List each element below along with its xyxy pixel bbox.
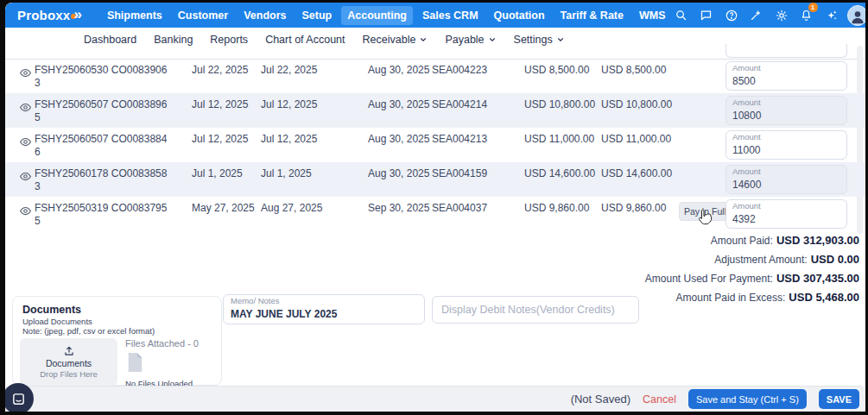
shipment-ref: SEA004213: [432, 133, 519, 145]
table-row: FSHY25060507 CO00838965 Jul 12, 2025 Jul…: [5, 93, 865, 128]
subnav-item-chart-of-account[interactable]: Chart of Account: [265, 34, 345, 46]
summary-value: USD 5,468.00: [789, 291, 859, 304]
view-invoice-eye-icon[interactable]: [5, 133, 34, 152]
summary-amount-used: Amount Used For Payment:USD 307,435.00: [645, 270, 859, 286]
posting-date: Jul 12, 2025: [261, 98, 344, 110]
upload-icon: [63, 345, 75, 357]
nav-item-tariff-rate[interactable]: Tariff & Rate: [554, 6, 630, 25]
table-row: FSHY25060178 CO00838583 Jul 1, 2025 Jul …: [5, 162, 865, 197]
search-icon[interactable]: [672, 6, 691, 25]
bell-icon[interactable]: 1: [797, 6, 816, 25]
file-icon: [125, 351, 144, 374]
amount-field[interactable]: Amount: [725, 96, 847, 125]
nav-item-quotation[interactable]: Quotation: [488, 6, 551, 25]
amount-field-partial[interactable]: [725, 44, 847, 58]
table-row: FSHY25050319 CO00837955 May 27, 2025 Aug…: [5, 197, 865, 231]
gear-icon[interactable]: [772, 6, 791, 25]
subnav-item-settings[interactable]: Settings: [514, 34, 565, 46]
amount-field[interactable]: Amount: [725, 165, 847, 194]
summary-paid-in-excess: Amount Paid in Excess:USD 5,468.00: [645, 289, 859, 305]
table-row: FSHY25060507 CO00838846 Jul 12, 2025 Jul…: [5, 128, 865, 162]
memo-notes-field[interactable]: Memo/ Notes: [223, 294, 425, 324]
debit-notes-input[interactable]: [432, 296, 639, 324]
amount-field[interactable]: Amount: [725, 199, 847, 229]
sparkles-icon[interactable]: [822, 6, 841, 25]
shipment-ref: SEA004159: [432, 167, 519, 179]
subnav-item-reports[interactable]: Reports: [210, 34, 248, 46]
subnav-item-banking[interactable]: Banking: [154, 34, 193, 46]
nav-item-customer[interactable]: Customer: [172, 6, 234, 25]
balance-amount: USD 10,800.00: [601, 98, 679, 110]
nav-item-sales-crm[interactable]: Sales CRM: [416, 6, 485, 25]
amount-input[interactable]: [732, 75, 840, 87]
files-attached-panel: Files Attached - 0 No Files Uploaded: [125, 338, 220, 388]
view-invoice-eye-icon[interactable]: [5, 167, 34, 186]
wand-icon[interactable]: [747, 6, 766, 25]
pay-in-full-button[interactable]: Pay in Full: [679, 202, 732, 221]
summary-value: USD 307,435.00: [776, 272, 859, 285]
summary-label: Amount Paid:: [711, 235, 773, 247]
view-invoice-eye-icon[interactable]: [5, 98, 34, 117]
shipment-ref: SEA004214: [432, 98, 519, 110]
dropzone-hint: Drop Files Here: [40, 369, 98, 379]
subnav-item-dashboard[interactable]: Dashboard: [84, 34, 136, 46]
proboxx-logo[interactable]: Proboxx »: [17, 8, 82, 22]
invoice-date: May 27, 2025: [192, 202, 259, 214]
amount-field-label: Amount: [732, 98, 840, 107]
save-button[interactable]: SAVE: [819, 389, 859, 409]
cancel-button[interactable]: Cancel: [643, 393, 676, 406]
amount-field-label: Amount: [732, 133, 840, 141]
amount-field-label: Amount: [732, 64, 840, 72]
summary-label: Amount Used For Payment:: [645, 273, 773, 285]
invoice-date: Jul 22, 2025: [192, 64, 259, 76]
summary-amount-paid: Amount Paid:USD 312,903.00: [645, 232, 859, 248]
summary-label: Adjustment Amount:: [714, 254, 807, 266]
nav-item-accounting[interactable]: Accounting: [341, 6, 413, 25]
amount-field-label: Amount: [732, 167, 840, 176]
app-window: Proboxx » Shipments Customer Vendors Set…: [5, 3, 865, 412]
nav-item-shipments[interactable]: Shipments: [101, 6, 168, 25]
upload-dropzone[interactable]: Documents Drop Files Here: [20, 338, 117, 386]
chevron-down-icon: [419, 35, 428, 44]
amount-input[interactable]: [732, 144, 840, 156]
documents-card: Documents Upload Documents Note: (jpeg, …: [12, 296, 222, 386]
invoice-amount: USD 11,000.00: [524, 133, 601, 145]
nav-item-setup[interactable]: Setup: [295, 6, 338, 25]
amount-field[interactable]: Amount: [725, 61, 847, 91]
amount-field[interactable]: Amount: [725, 130, 847, 160]
chat-launcher-icon[interactable]: [5, 383, 34, 412]
nav-item-wms[interactable]: WMS: [633, 6, 672, 25]
help-icon[interactable]: [722, 6, 741, 25]
invoice-ref: FSHY25060507 CO00838965: [34, 98, 171, 124]
subnav-label: Payable: [445, 34, 484, 46]
shipment-ref: SEA004223: [432, 64, 519, 76]
save-and-stay-button[interactable]: Save and Stay (Ctrl + S): [688, 389, 807, 409]
documents-subtitle: Upload Documents: [22, 317, 221, 326]
subnav-label: Dashboard: [84, 34, 136, 46]
view-invoice-eye-icon[interactable]: [5, 202, 34, 221]
main-nav: Shipments Customer Vendors Setup Account…: [101, 6, 672, 25]
memo-input[interactable]: [231, 308, 417, 320]
posting-date: Jul 1, 2025: [261, 167, 344, 179]
amount-input[interactable]: [732, 179, 840, 191]
view-invoice-eye-icon[interactable]: [5, 64, 34, 83]
save-status: (Not Saved): [571, 393, 630, 406]
due-date: Aug 30, 2025: [368, 167, 432, 179]
amount-input[interactable]: [732, 110, 840, 122]
subnav-item-payable[interactable]: Payable: [445, 34, 496, 46]
amount-input[interactable]: [732, 213, 840, 225]
chat-icon[interactable]: [697, 6, 716, 25]
due-date: Aug 30, 2025: [368, 64, 432, 76]
subnav-item-receivable[interactable]: Receivable: [363, 34, 428, 46]
top-navbar: Proboxx » Shipments Customer Vendors Set…: [5, 3, 865, 28]
user-avatar[interactable]: [847, 5, 865, 26]
dropzone-title: Documents: [46, 358, 92, 368]
notification-badge: 1: [808, 3, 818, 12]
subnav-label: Chart of Account: [265, 34, 345, 46]
invoice-amount: USD 14,600.00: [524, 167, 601, 179]
due-date: Aug 30, 2025: [368, 133, 432, 145]
nav-item-vendors[interactable]: Vendors: [238, 6, 292, 25]
subnav-label: Receivable: [363, 34, 416, 46]
invoice-amount: USD 9,860.00: [524, 202, 601, 214]
balance-amount: USD 9,860.00: [601, 202, 679, 214]
